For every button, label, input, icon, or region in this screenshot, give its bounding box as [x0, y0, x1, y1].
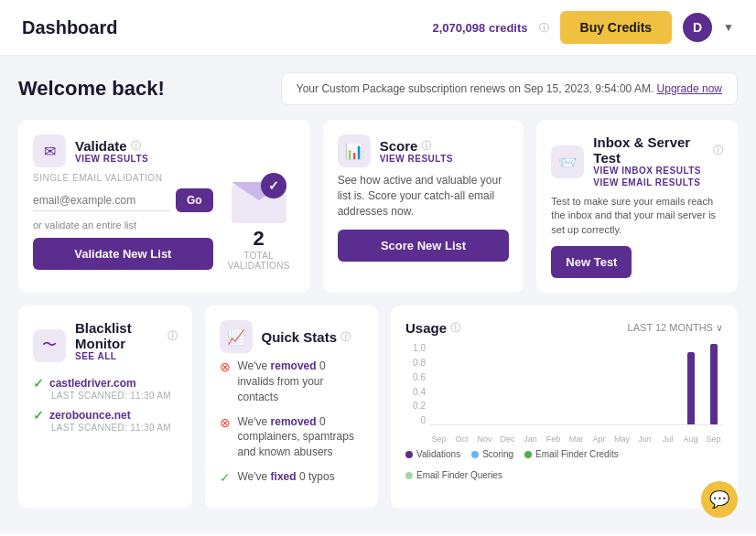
- stat-item-1: ⊗ We've removed 0 invalids from your con…: [220, 359, 364, 404]
- chart-bar-group: [544, 343, 563, 424]
- usage-info-icon[interactable]: ⓘ: [450, 321, 460, 335]
- footer: Documentation Privacy Policy & Terms Ver…: [0, 532, 756, 536]
- validate-or-text: or validate an entire list: [33, 220, 213, 230]
- view-inbox-results-link[interactable]: VIEW INBOX RESULTS: [593, 166, 723, 176]
- chart-area: 1.00.80.60.40.20 SepOctNovDecJanFebMarAp…: [405, 343, 723, 444]
- blacklist-domain-1: ✓ castledriver.com: [33, 376, 178, 391]
- email-input[interactable]: [33, 190, 170, 211]
- chart-bar-group: [589, 343, 609, 424]
- inbox-title-group: Inbox & Server Test ⓘ VIEW INBOX RESULTS…: [593, 134, 723, 189]
- validate-info-icon[interactable]: ⓘ: [131, 139, 141, 153]
- upgrade-link[interactable]: Upgrade now: [657, 82, 722, 95]
- single-email-label: SINGLE EMAIL VALIDATION: [33, 173, 213, 183]
- validate-title-group: Validate ⓘ VIEW RESULTS: [75, 138, 148, 164]
- inbox-card: 📨 Inbox & Server Test ⓘ VIEW INBOX RESUL…: [536, 120, 738, 293]
- bottom-row: 〜 Blacklist Monitor ⓘ SEE ALL ✓ castledr…: [18, 306, 738, 509]
- chart-month-label: Jun: [635, 434, 654, 444]
- chart-months: SepOctNovDecJanFebMarAprMayJunJulAugSep: [429, 434, 723, 444]
- chart-bar-group: [567, 343, 586, 424]
- stat-item-3: ✓ We've fixed 0 typos: [220, 469, 364, 485]
- chart-bar-group: [635, 343, 654, 424]
- blacklist-header: 〜 Blacklist Monitor ⓘ SEE ALL: [33, 320, 178, 370]
- chart-month-label: Sep: [704, 434, 723, 444]
- score-title-group: Score ⓘ VIEW RESULTS: [380, 138, 453, 164]
- page-title: Dashboard: [22, 17, 117, 38]
- validate-title: Validate: [75, 138, 127, 154]
- legend-dot-credits: [524, 451, 532, 458]
- blacklist-item: ✓ castledriver.com LAST SCANNED: 11:30 A…: [33, 376, 178, 401]
- check-circle: ✓: [261, 173, 286, 198]
- subscription-notice: Your Custom Package subscription renews …: [281, 72, 738, 105]
- total-validations: 2 TOTAL VALIDATIONS: [222, 227, 296, 271]
- chart-bar: [687, 352, 695, 424]
- validate-card: ✉ Validate ⓘ VIEW RESULTS SINGLE EMAIL V…: [18, 120, 310, 293]
- validate-left: SINGLE EMAIL VALIDATION Go or validate a…: [33, 173, 213, 271]
- new-test-button[interactable]: New Test: [551, 246, 632, 278]
- validate-graphic: ✓: [232, 173, 286, 223]
- score-view-results[interactable]: VIEW RESULTS: [380, 154, 453, 164]
- score-title: Score: [380, 138, 418, 154]
- welcome-bar: Welcome back! Your Custom Package subscr…: [18, 72, 738, 105]
- welcome-text: Welcome back!: [18, 77, 165, 101]
- validate-new-list-button[interactable]: Validate New List: [33, 238, 213, 270]
- validate-view-results[interactable]: VIEW RESULTS: [75, 154, 148, 164]
- inbox-info-icon[interactable]: ⓘ: [713, 144, 723, 157]
- chart-bar-group: [658, 343, 677, 424]
- dropdown-arrow-icon[interactable]: ▼: [723, 21, 734, 34]
- chart-bar: [710, 344, 718, 424]
- chat-button[interactable]: 💬: [701, 481, 738, 518]
- quick-stats-header: 📈 Quick Stats ⓘ: [220, 320, 364, 353]
- validate-icon: ✉: [33, 134, 66, 167]
- go-button[interactable]: Go: [176, 188, 213, 212]
- score-info-icon[interactable]: ⓘ: [421, 139, 431, 153]
- stat-item-2: ⊗ We've removed 0 complainers, spamtraps…: [220, 414, 364, 460]
- success-icon-1: ✓: [220, 470, 231, 485]
- validate-inner: SINGLE EMAIL VALIDATION Go or validate a…: [33, 173, 296, 271]
- chart-bars: [429, 343, 723, 425]
- stat-text-1: We've removed 0 invalids from your conta…: [238, 359, 364, 404]
- credits-display: 2,070,098 credits: [432, 21, 527, 35]
- blacklist-item: ✓ zerobounce.net LAST SCANNED: 11:30 AM: [33, 408, 178, 433]
- chart-month-label: May: [612, 434, 632, 444]
- blacklist-title-group: Blacklist Monitor ⓘ SEE ALL: [75, 320, 178, 370]
- blacklist-icon: 〜: [33, 329, 66, 362]
- chart-month-label: Mar: [567, 434, 586, 444]
- warning-icon-1: ⊗: [220, 359, 231, 374]
- legend-email-finder-queries: Email Finder Queries: [405, 470, 502, 480]
- check-green-icon-1: ✓: [33, 376, 44, 391]
- avatar-button[interactable]: D: [683, 13, 712, 42]
- chart-month-label: Oct: [452, 434, 471, 444]
- quick-stats-info-icon[interactable]: ⓘ: [340, 330, 351, 344]
- last-months-dropdown[interactable]: LAST 12 MONTHS ∨: [628, 322, 723, 334]
- chart-y-labels: 1.00.80.60.40.20: [405, 343, 426, 425]
- inbox-links: VIEW INBOX RESULTS VIEW EMAIL RESULTS: [593, 166, 723, 188]
- header: Dashboard 2,070,098 credits ⓘ Buy Credit…: [0, 0, 756, 56]
- score-new-list-button[interactable]: Score New List: [338, 230, 510, 262]
- blacklist-info-icon[interactable]: ⓘ: [167, 329, 178, 343]
- legend-scoring: Scoring: [471, 449, 513, 459]
- chart-legend: Validations Scoring Email Finder Credits…: [405, 449, 723, 480]
- chart-bar-group: [612, 343, 632, 424]
- credits-info-icon[interactable]: ⓘ: [539, 21, 549, 35]
- validate-card-header: ✉ Validate ⓘ VIEW RESULTS: [33, 134, 296, 167]
- legend-dot-scoring: [471, 451, 479, 458]
- chart-month-label: Dec: [498, 434, 517, 444]
- legend-validations: Validations: [405, 449, 460, 459]
- buy-credits-button[interactable]: Buy Credits: [560, 11, 673, 44]
- usage-header: Usage ⓘ LAST 12 MONTHS ∨: [405, 320, 723, 336]
- quick-stats-icon: 📈: [220, 320, 253, 353]
- usage-card: Usage ⓘ LAST 12 MONTHS ∨ 1.00.80.60.40.2…: [391, 306, 738, 509]
- blacklist-see-all[interactable]: SEE ALL: [75, 351, 178, 361]
- stat-text-2: We've removed 0 complainers, spamtraps a…: [238, 414, 364, 460]
- chart-bar-group: [681, 343, 700, 424]
- inbox-icon: 📨: [551, 145, 584, 178]
- view-email-results-link[interactable]: VIEW EMAIL RESULTS: [593, 177, 723, 188]
- stat-text-3: We've fixed 0 typos: [238, 469, 335, 485]
- chart-bar-group: [704, 343, 723, 424]
- warning-icon-2: ⊗: [220, 415, 231, 430]
- chart-bar-group: [498, 343, 517, 424]
- inbox-card-header: 📨 Inbox & Server Test ⓘ VIEW INBOX RESUL…: [551, 134, 723, 189]
- score-card-header: 📊 Score ⓘ VIEW RESULTS: [338, 134, 510, 167]
- chart-month-label: Apr: [589, 434, 609, 444]
- chart-bar-group: [429, 343, 448, 424]
